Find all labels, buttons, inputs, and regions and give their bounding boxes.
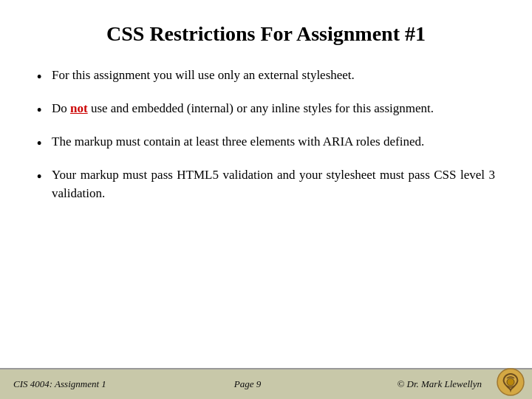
slide-title: CSS Restrictions For Assignment #1 bbox=[37, 22, 495, 46]
bullet-text-1: For this assignment you will use only an… bbox=[52, 66, 495, 85]
slide-content: CSS Restrictions For Assignment #1 • For… bbox=[0, 0, 532, 368]
footer-logo bbox=[497, 368, 525, 396]
bullet-dot-1: • bbox=[37, 67, 52, 86]
bullet-dot-4: • bbox=[37, 167, 52, 186]
bullet-text-2-after: use and embedded (internal) or any inlin… bbox=[88, 101, 434, 115]
bullet-dot-2: • bbox=[37, 100, 52, 120]
slide: CSS Restrictions For Assignment #1 • For… bbox=[0, 0, 532, 399]
svg-point-1 bbox=[507, 378, 514, 386]
bullet-text-4: Your markup must pass HTML5 validation a… bbox=[52, 166, 495, 202]
footer-left: CIS 4004: Assignment 1 bbox=[13, 378, 169, 390]
bullet-text-2-before: Do bbox=[52, 101, 70, 115]
footer-right: © Dr. Mark Llewellyn bbox=[326, 378, 519, 390]
footer: CIS 4004: Assignment 1 Page 9 © Dr. Mark… bbox=[0, 368, 532, 399]
not-word: not bbox=[70, 101, 88, 115]
bullet-dot-3: • bbox=[37, 134, 52, 153]
bullet-list: • For this assignment you will use only … bbox=[37, 66, 495, 203]
bullet-item-1: • For this assignment you will use only … bbox=[37, 66, 495, 86]
bullet-text-3: The markup must contain at least three e… bbox=[52, 133, 495, 151]
bullet-item-4: • Your markup must pass HTML5 validation… bbox=[37, 166, 495, 202]
bullet-text-2: Do not use and embedded (internal) or an… bbox=[52, 100, 495, 118]
footer-center: Page 9 bbox=[169, 378, 325, 390]
bullet-item-3: • The markup must contain at least three… bbox=[37, 133, 495, 153]
bullet-item-2: • Do not use and embedded (internal) or … bbox=[37, 100, 495, 120]
